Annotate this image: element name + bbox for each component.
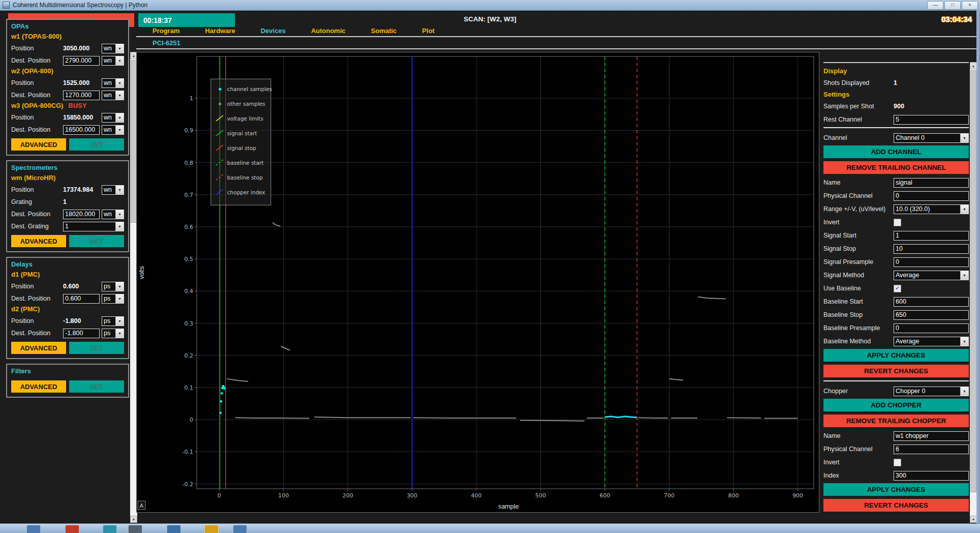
check-icon: ✔	[895, 286, 899, 291]
chopper-apply-changes-button[interactable]: APPLY CHANGES	[823, 483, 969, 496]
dest-grating-select[interactable]: 1▼	[63, 222, 124, 231]
plot-legend[interactable]: channel samplesother samplesvoltage limi…	[211, 79, 272, 205]
right-panel-scrollbar[interactable]: ▲ ▼	[970, 62, 977, 523]
samples-plot[interactable]: 0100200300400500600700800900-0.2-0.100.1…	[137, 52, 819, 512]
units-value: wn	[102, 211, 112, 218]
chopper-physical-channel-input[interactable]	[894, 445, 969, 454]
baseline-start-input[interactable]	[894, 297, 969, 307]
units-select[interactable]: wn▼	[102, 210, 124, 219]
invert-checkbox[interactable]	[894, 219, 901, 226]
advanced-button[interactable]: ADVANCED	[11, 138, 66, 151]
baseline-presample-input[interactable]	[894, 323, 969, 333]
units-select[interactable]: wn▼	[102, 91, 124, 100]
revert-changes-button[interactable]: REVERT CHANGES	[823, 365, 969, 377]
set-button[interactable]: SET	[69, 380, 124, 393]
taskbar-icon-app-1[interactable]	[26, 525, 41, 533]
channel-name-input[interactable]	[894, 178, 969, 188]
dest-position-input[interactable]	[63, 56, 100, 66]
channel-select[interactable]: Channel 0▼	[894, 133, 969, 143]
set-button[interactable]: SET	[69, 138, 124, 151]
units-select[interactable]: ps▼	[102, 329, 124, 338]
chopper-name-input[interactable]	[894, 431, 969, 441]
add-channel-button[interactable]: ADD CHANNEL	[823, 145, 969, 158]
dest-position-input[interactable]	[63, 329, 100, 338]
tab-plot[interactable]: Plot	[422, 27, 435, 36]
tab-autonomic[interactable]: Autonomic	[311, 27, 346, 36]
wm-position-row: Position 17374.984 wn▼	[11, 184, 124, 195]
dest-position-input[interactable]	[63, 91, 100, 100]
dest-position-input[interactable]	[63, 294, 100, 304]
advanced-button[interactable]: ADVANCED	[11, 235, 66, 247]
field-label: Index	[823, 472, 894, 479]
dest-position-input[interactable]	[63, 210, 100, 219]
rest-channel-input[interactable]	[894, 115, 969, 125]
units-select[interactable]: wn▼	[102, 125, 124, 135]
units-select[interactable]: wn▼	[102, 56, 124, 66]
taskbar[interactable]	[0, 523, 980, 533]
w2-position-row: Position 1525.000 wn▼	[11, 77, 124, 88]
units-select[interactable]: wn▼	[102, 113, 124, 123]
units-select[interactable]: wn▼	[102, 78, 124, 88]
signal-method-select[interactable]: Average▼	[894, 271, 969, 280]
chopper-select[interactable]: Chopper 0▼	[894, 387, 969, 396]
chevron-down-icon: ▼	[115, 113, 124, 122]
signal-presample-input[interactable]	[894, 257, 969, 267]
taskbar-icon-app-5[interactable]	[167, 525, 181, 533]
tab-devices[interactable]: Devices	[261, 27, 286, 36]
range-select[interactable]: 10.0 (320.0)▼	[894, 204, 969, 214]
units-select[interactable]: wn▼	[102, 185, 124, 195]
signal-start-input[interactable]	[894, 231, 969, 241]
divider	[823, 380, 969, 381]
scroll-down-icon[interactable]: ▼	[130, 516, 137, 523]
units-select[interactable]: ps▼	[102, 282, 124, 291]
field-label: Signal Start	[823, 232, 894, 239]
apply-changes-button[interactable]: APPLY CHANGES	[823, 349, 969, 362]
taskbar-icon-app-4[interactable]	[128, 525, 142, 533]
restore-button[interactable]: □	[944, 1, 961, 10]
scroll-up-icon[interactable]: ▲	[970, 62, 977, 69]
chevron-down-icon: ▼	[960, 271, 968, 280]
remove-trailing-channel-button[interactable]: REMOVE TRAILING CHANNEL	[823, 161, 969, 174]
tab-hardware[interactable]: Hardware	[205, 27, 235, 36]
use-baseline-checkbox[interactable]: ✔	[894, 285, 901, 292]
minimize-button[interactable]: —	[927, 1, 943, 10]
chopper-invert-checkbox[interactable]	[894, 459, 901, 466]
taskbar-icon-app-7[interactable]	[233, 525, 247, 533]
add-chopper-button[interactable]: ADD CHOPPER	[823, 399, 969, 411]
samples-per-shot-row: Samples per Shot 900	[823, 101, 969, 112]
field-label: Shots Displayed	[823, 79, 894, 86]
scroll-down-icon[interactable]: ▼	[970, 516, 977, 523]
baseline-stop-input[interactable]	[894, 310, 969, 320]
d1-position-row: Position 0.600 ps▼	[11, 281, 124, 292]
field-label: Position	[11, 186, 63, 193]
advanced-button[interactable]: ADVANCED	[11, 342, 66, 354]
taskbar-icon-app-2[interactable]	[65, 525, 79, 533]
remove-trailing-chopper-button[interactable]: REMOVE TRAILING CHOPPER	[823, 414, 969, 427]
taskbar-icon-app-6[interactable]	[204, 525, 219, 533]
tab-program[interactable]: Program	[152, 27, 179, 36]
advanced-button[interactable]: ADVANCED	[11, 380, 66, 393]
units-select[interactable]: wn▼	[102, 44, 124, 53]
dest-position-input[interactable]	[63, 125, 100, 135]
units-select[interactable]: ps▼	[102, 294, 124, 304]
baseline-method-select[interactable]: Average▼	[894, 337, 969, 346]
tab-somatic[interactable]: Somatic	[371, 27, 397, 36]
units-select[interactable]: ps▼	[102, 316, 124, 326]
svg-text:0.5: 0.5	[185, 256, 194, 262]
taskbar-icon-app-3[interactable]	[103, 525, 117, 533]
close-button[interactable]: ×	[962, 1, 978, 10]
channel-settings-panel: Display Shots Displayed 1 Settings Sampl…	[823, 62, 969, 524]
physical-channel-input[interactable]	[894, 191, 969, 201]
field-label: Physical Channel	[823, 446, 894, 453]
chopper-index-input[interactable]	[894, 471, 969, 481]
set-button[interactable]: SET	[69, 342, 124, 354]
tab-pci-6251[interactable]: PCI-6251	[152, 39, 180, 48]
system-clock: 03:04:34	[941, 15, 972, 23]
signal-stop-input[interactable]	[894, 244, 969, 254]
scrollbar-thumb[interactable]	[970, 70, 976, 492]
title-bar[interactable]: Coherent Multidimensional Spectroscopy |…	[0, 0, 980, 11]
chopper-revert-changes-button[interactable]: REVERT CHANGES	[823, 499, 969, 512]
set-button[interactable]: SET	[69, 235, 124, 247]
samples-plot-widget[interactable]: 0100200300400500600700800900-0.2-0.100.1…	[136, 52, 819, 513]
grating-value: 1	[63, 198, 100, 205]
